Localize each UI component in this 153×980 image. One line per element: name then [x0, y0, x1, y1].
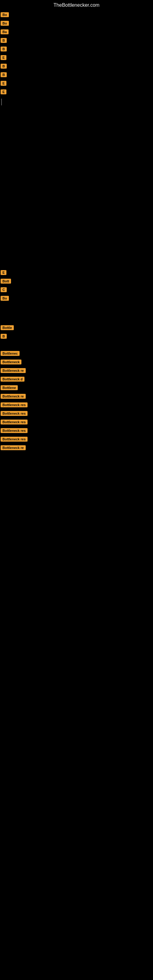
badge-16: B [1, 334, 7, 339]
row-19: Bottleneck re [0, 366, 153, 375]
row-1: Bo [0, 10, 153, 19]
middle-section: E Bott C Bo [0, 268, 153, 302]
row-12: Bott [0, 277, 153, 285]
badge-8: B [1, 72, 7, 77]
site-title: TheBottlenecker.com [0, 0, 153, 9]
row-13: C [0, 285, 153, 294]
badge-22: Bottleneck re [1, 394, 26, 399]
badge-4: B [1, 38, 7, 43]
badge-17: Bottlenec [1, 351, 19, 356]
badge-11: E [1, 270, 6, 275]
gap-2 [0, 342, 153, 348]
badge-7: B [1, 64, 7, 68]
badge-14: Bo [1, 296, 9, 301]
row-27: Bottleneck res [0, 435, 153, 444]
row-7: B [0, 62, 153, 70]
badge-9: E [1, 81, 6, 86]
row-18: Bottleneck [0, 358, 153, 366]
row-2: Bo [0, 19, 153, 27]
badge-13: C [1, 287, 7, 292]
badge-23: Bottleneck res [1, 402, 27, 407]
chart-area [0, 108, 153, 267]
lower-section: Bottle B [0, 323, 153, 340]
row-23: Bottleneck res [0, 401, 153, 409]
row-25: Bottleneck res [0, 418, 153, 426]
row-3: Ba [0, 27, 153, 36]
row-24: Bottleneck res [0, 409, 153, 418]
badge-2: Bo [1, 21, 9, 26]
row-20: Bottleneck d [0, 375, 153, 383]
row-6: E [0, 53, 153, 62]
badge-12: Bott [1, 279, 11, 283]
badge-20: Bottleneck d [1, 377, 24, 382]
row-14: Bo [0, 294, 153, 302]
row-10: E [0, 88, 153, 96]
badge-24: Bottleneck res [1, 411, 27, 416]
top-section: Bo Bo Ba B B E B B E E [0, 10, 153, 96]
badge-27: Bottleneck res [1, 437, 27, 442]
badge-10: E [1, 89, 6, 94]
row-17: Bottlenec [0, 349, 153, 358]
badge-1: Bo [1, 12, 9, 17]
row-16: B [0, 332, 153, 340]
row-22: Bottleneck re [0, 392, 153, 401]
row-9: E [0, 79, 153, 88]
row-4: B [0, 36, 153, 45]
vertical-indicator [1, 99, 2, 105]
row-15: Bottle [0, 323, 153, 332]
badge-21: Bottlene [1, 385, 18, 390]
badge-3: Ba [1, 29, 9, 34]
footer-space [0, 453, 153, 882]
badge-28: Bottleneck re [1, 445, 26, 450]
row-26: Bottleneck res [0, 426, 153, 435]
badge-15: Bottle [1, 325, 14, 330]
bottom-section: Bottlenec Bottleneck Bottleneck re Bottl… [0, 349, 153, 452]
badge-6: E [1, 55, 6, 60]
badge-26: Bottleneck res [1, 428, 27, 433]
row-21: Bottlene [0, 383, 153, 392]
row-11: E [0, 268, 153, 277]
badge-5: B [1, 46, 7, 51]
badge-25: Bottleneck res [1, 420, 27, 425]
row-5: B [0, 45, 153, 53]
row-8: B [0, 70, 153, 79]
badge-18: Bottleneck [1, 360, 21, 364]
gap-1 [0, 304, 153, 322]
row-28: Bottleneck re [0, 444, 153, 452]
badge-19: Bottleneck re [1, 368, 26, 373]
